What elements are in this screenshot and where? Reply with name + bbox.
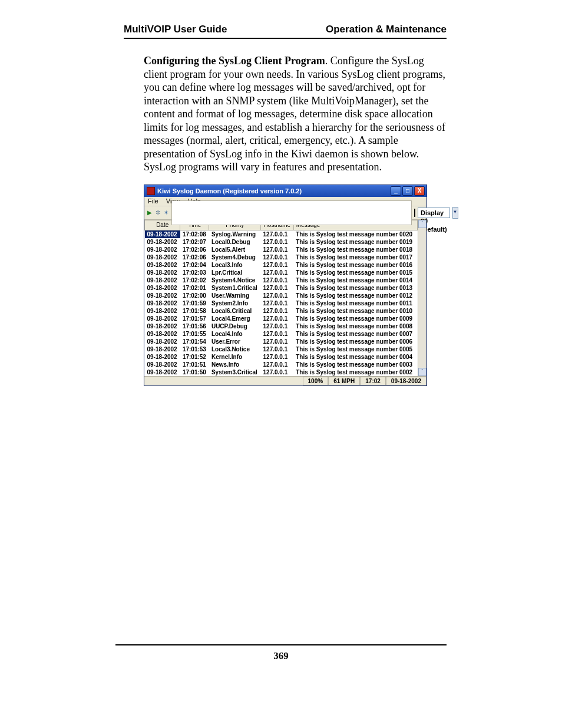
status-time: 17:02	[360, 377, 386, 386]
table-row[interactable]: 09-18-200217:01:55Local4.Info127.0.0.1Th…	[145, 330, 418, 338]
vertical-scrollbar[interactable]: ˄ ˅	[418, 220, 427, 376]
app-icon	[147, 187, 155, 195]
console-icon[interactable]	[414, 209, 415, 217]
lead-bold: Configuring the SysLog Client Program	[144, 55, 325, 67]
status-percent: 100%	[303, 377, 329, 386]
table-row[interactable]: 09-18-200217:02:03Lpr.Critical127.0.0.1T…	[145, 269, 418, 276]
table-row[interactable]: 09-18-200217:02:04Local3.Info127.0.0.1Th…	[145, 261, 418, 269]
table-row[interactable]: 09-18-200217:01:51News.Info127.0.0.1This…	[145, 361, 418, 368]
table-row[interactable]: 09-18-200217:01:58Local6.Critical127.0.0…	[145, 307, 418, 315]
table-row[interactable]: 09-18-200217:01:57Local4.Emerg127.0.0.1T…	[145, 315, 418, 322]
header-left: MultiVOIP User Guide	[124, 24, 227, 35]
minimize-button[interactable]: _	[391, 186, 401, 196]
status-bar: 100% 61 MPH 17:02 09-18-2002	[144, 376, 427, 386]
scroll-up-icon[interactable]: ˄	[418, 220, 427, 228]
table-row[interactable]: 09-18-200217:01:56UUCP.Debug127.0.0.1Thi…	[145, 322, 418, 330]
page-number: 369	[0, 650, 562, 662]
table-row[interactable]: 09-18-200217:01:52Kernel.Info127.0.0.1Th…	[145, 353, 418, 361]
table-row[interactable]: 09-18-200217:01:53Local3.Notice127.0.0.1…	[145, 345, 418, 353]
table-row[interactable]: 09-18-200217:02:02System4.Notice127.0.0.…	[145, 276, 418, 284]
maximize-button[interactable]: □	[402, 186, 413, 196]
display-selector: Display 00 (Default)	[418, 207, 450, 218]
close-button[interactable]: X	[414, 186, 425, 196]
table-row[interactable]: 09-18-200217:01:54User.Error127.0.0.1Thi…	[145, 338, 418, 345]
table-row[interactable]: 09-18-200217:02:01System1.Critical127.0.…	[145, 284, 418, 292]
table-row[interactable]: 09-18-200217:02:07Local0.Debug127.0.0.1T…	[145, 238, 418, 246]
table-row[interactable]: 09-18-200217:02:06Local5.Alert127.0.0.1T…	[145, 246, 418, 253]
toolbar: ▶ ✲ ✶ Display 00 (Default) ▼	[144, 206, 427, 220]
log-table: Date Time Priority Hostname Message 09-1…	[144, 220, 418, 376]
display-dropdown-button[interactable]: ▼	[452, 207, 458, 219]
table-row[interactable]: 09-18-200217:02:06System4.Debug127.0.0.1…	[145, 253, 418, 261]
title-bar[interactable]: Kiwi Syslog Daemon (Registered version 7…	[144, 185, 427, 197]
window-title: Kiwi Syslog Daemon (Registered version 7…	[157, 187, 302, 195]
footer-rule	[115, 644, 447, 645]
lead-rest: . Configure the SysLog client program fo…	[144, 55, 445, 173]
page-icon[interactable]	[171, 200, 412, 225]
body-paragraph: Configuring the SysLog Client Program. C…	[144, 54, 447, 174]
status-date: 09-18-2002	[386, 377, 427, 386]
menu-file[interactable]: File	[148, 197, 158, 205]
scroll-down-icon[interactable]: ˅	[418, 368, 427, 376]
play-icon[interactable]: ▶	[147, 208, 153, 218]
clear-icon[interactable]: ✶	[163, 208, 169, 218]
table-row[interactable]: 09-18-200217:02:00User.Warning127.0.0.1T…	[145, 292, 418, 299]
status-rate: 61 MPH	[328, 377, 360, 386]
syslog-window: Kiwi Syslog Daemon (Registered version 7…	[144, 185, 427, 386]
table-row[interactable]: 09-18-200217:01:50System3.Critical127.0.…	[145, 368, 418, 376]
running-header: MultiVOIP User Guide Operation & Mainten…	[124, 24, 447, 39]
table-row[interactable]: 09-18-200217:01:59System2.Info127.0.0.1T…	[145, 299, 418, 307]
header-right: Operation & Maintenance	[326, 24, 447, 35]
table-row[interactable]: 09-18-200217:02:08Syslog.Warning127.0.0.…	[145, 230, 418, 238]
settings-icon[interactable]: ✲	[155, 208, 161, 218]
